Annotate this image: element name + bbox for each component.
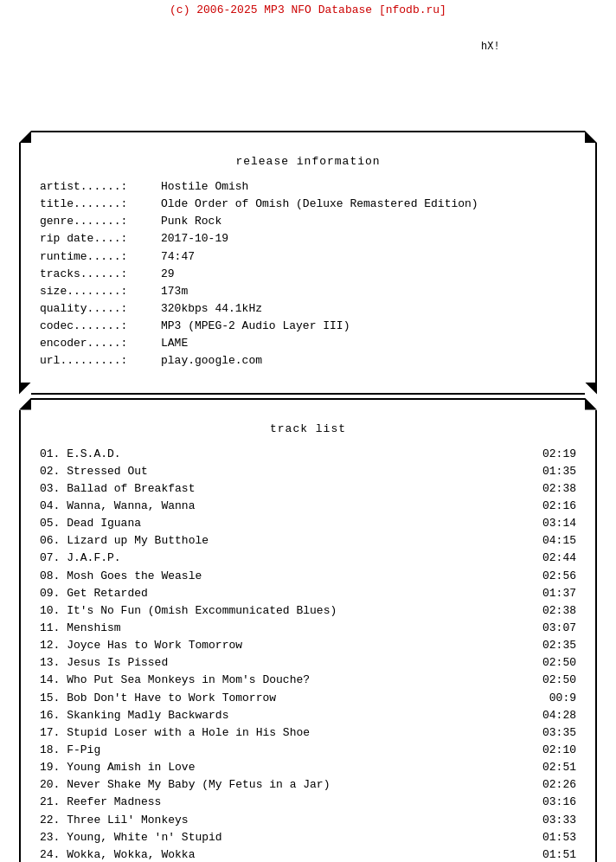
track-row: 07. J.A.F.P.02:44: [40, 550, 576, 567]
tracklist-wrapper: track list 01. E.S.A.D.02:1902. Stressed…: [19, 398, 597, 862]
track-row: 01. E.S.A.D.02:19: [40, 446, 576, 463]
track-time: 03:07: [533, 620, 576, 637]
track-time: 03:14: [533, 515, 576, 532]
release-info-content: release information artist......:Hostile…: [19, 143, 597, 383]
info-value: Olde Order of Omish (Deluxe Remastered E…: [161, 196, 478, 213]
track-row: 14. Who Put Sea Monkeys in Mom's Douche?…: [40, 672, 576, 689]
track-row: 24. Wokka, Wokka, Wokka01:51: [40, 846, 576, 862]
track-name: 06. Lizard up My Butthole: [40, 532, 533, 550]
info-label: tracks......:: [40, 266, 161, 283]
info-row: genre.......:Punk Rock: [40, 213, 576, 230]
info-value: 2017-10-19: [161, 230, 228, 248]
track-row: 08. Mosh Goes the Weasle02:56: [40, 568, 576, 585]
track-row: 04. Wanna, Wanna, Wanna02:16: [40, 498, 576, 515]
bottom-deco: [19, 383, 597, 395]
track-time: 02:19: [533, 446, 576, 463]
track-row: 12. Joyce Has to Work Tomorrow02:35: [40, 637, 576, 654]
track-name: 07. J.A.F.P.: [40, 550, 533, 567]
info-label: quality.....:: [40, 300, 161, 318]
corner-bl: [19, 383, 31, 395]
track-time: 02:10: [533, 742, 576, 759]
track-name: 24. Wokka, Wokka, Wokka: [40, 846, 533, 862]
track-name: 03. Ballad of Breakfast: [40, 480, 533, 498]
info-label: codec.......:: [40, 318, 161, 335]
track-time: 01:53: [533, 829, 576, 846]
track-time: 02:16: [533, 498, 576, 515]
track-row: 22. Three Lil' Monkeys03:33: [40, 812, 576, 829]
track-name: 02. Stressed Out: [40, 463, 533, 480]
track-row: 21. Reefer Madness03:16: [40, 794, 576, 811]
info-value: LAME: [161, 335, 188, 352]
tracklist-title: track list: [40, 422, 576, 435]
info-value: Punk Rock: [161, 213, 221, 230]
track-row: 23. Young, White 'n' Stupid01:53: [40, 829, 576, 846]
track-name: 05. Dead Iguana: [40, 515, 533, 532]
track-time: 01:35: [533, 463, 576, 480]
track-row: 10. It's No Fun (Omish Excommunicated Bl…: [40, 602, 576, 620]
info-row: artist......:Hostile Omish: [40, 178, 576, 196]
track-name: 11. Menshism: [40, 620, 533, 637]
track-name: 20. Never Shake My Baby (My Fetus in a J…: [40, 776, 533, 794]
track-time: 00:9: [533, 690, 576, 707]
track-time: 02:38: [533, 602, 576, 620]
corner-tr: [585, 131, 597, 143]
track-list-container: 01. E.S.A.D.02:1902. Stressed Out01:3503…: [40, 446, 576, 862]
info-table: artist......:Hostile Omishtitle.......:O…: [40, 178, 576, 370]
svg-text:hX!: hX!: [481, 41, 500, 53]
track-name: 21. Reefer Madness: [40, 794, 533, 811]
info-row: url.........:play.google.com: [40, 352, 576, 370]
corner-tl: [19, 131, 31, 143]
track-row: 03. Ballad of Breakfast02:38: [40, 480, 576, 498]
track-row: 17. Stupid Loser with a Hole in His Shoe…: [40, 724, 576, 742]
track-row: 11. Menshism03:07: [40, 620, 576, 637]
track-row: 05. Dead Iguana03:14: [40, 515, 576, 532]
track-name: 23. Young, White 'n' Stupid: [40, 829, 533, 846]
track-name: 13. Jesus Is Pissed: [40, 654, 533, 672]
track-time: 03:35: [533, 724, 576, 742]
track-time: 02:51: [533, 759, 576, 776]
track-name: 19. Young Amish in Love: [40, 759, 533, 776]
info-label: encoder.....:: [40, 335, 161, 352]
track-name: 04. Wanna, Wanna, Wanna: [40, 498, 533, 515]
logo-svg: entitled hX!: [22, 25, 594, 120]
track-name: 10. It's No Fun (Omish Excommunicated Bl…: [40, 602, 533, 620]
info-value: 29: [161, 266, 175, 283]
info-label: rip date....:: [40, 230, 161, 248]
info-row: encoder.....:LAME: [40, 335, 576, 352]
track-time: 04:28: [533, 707, 576, 724]
info-row: rip date....:2017-10-19: [40, 230, 576, 248]
info-label: artist......:: [40, 178, 161, 196]
track-time: 02:50: [533, 672, 576, 689]
logo-area: entitled hX!: [0, 18, 616, 127]
copyright-text: (c) 2006-2025 MP3 NFO Database [nfodb.ru…: [0, 0, 616, 18]
info-value: 173m: [161, 283, 188, 300]
info-row: tracks......:29: [40, 266, 576, 283]
info-row: runtime.....:74:47: [40, 248, 576, 266]
corner-br: [585, 383, 597, 395]
info-value: MP3 (MPEG-2 Audio Layer III): [161, 318, 350, 335]
info-label: runtime.....:: [40, 248, 161, 266]
track-name: 01. E.S.A.D.: [40, 446, 533, 463]
info-label: size........:: [40, 283, 161, 300]
track-time: 02:35: [533, 637, 576, 654]
track-row: 19. Young Amish in Love02:51: [40, 759, 576, 776]
svg-text:entitled: entitled: [180, 35, 440, 120]
track-name: 08. Mosh Goes the Weasle: [40, 568, 533, 585]
info-value: 74:47: [161, 248, 195, 266]
info-label: title.......:: [40, 196, 161, 213]
track-time: 01:37: [533, 585, 576, 602]
top-deco: [19, 131, 597, 143]
track-name: 12. Joyce Has to Work Tomorrow: [40, 637, 533, 654]
release-info-title: release information: [40, 155, 576, 168]
track-name: 17. Stupid Loser with a Hole in His Shoe: [40, 724, 533, 742]
track-time: 01:51: [533, 846, 576, 862]
info-row: codec.......:MP3 (MPEG-2 Audio Layer III…: [40, 318, 576, 335]
top-line: [31, 131, 585, 143]
track-time: 04:15: [533, 532, 576, 550]
track-time: 03:33: [533, 812, 576, 829]
track-time: 03:16: [533, 794, 576, 811]
info-row: title.......:Olde Order of Omish (Deluxe…: [40, 196, 576, 213]
track-row: 16. Skanking Madly Backwards04:28: [40, 707, 576, 724]
info-value: Hostile Omish: [161, 178, 248, 196]
info-row: size........:173m: [40, 283, 576, 300]
